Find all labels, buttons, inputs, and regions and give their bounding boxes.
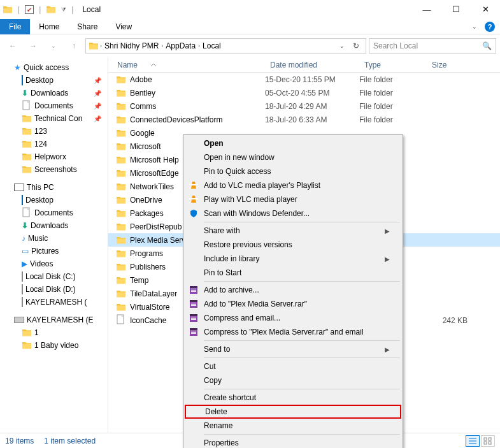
svg-rect-2 [489, 438, 491, 440]
address-bar[interactable]: › Shri Nidhy PMR › AppData › Local ⌄ ↻ [85, 38, 366, 54]
ctx-restore-versions[interactable]: Restore previous versions [185, 238, 401, 252]
minimize-button[interactable]: — [412, 0, 441, 19]
ctx-delete[interactable]: Delete [185, 405, 401, 419]
dropdown-icon[interactable]: ⧩ [61, 6, 66, 13]
ctx-windows-defender[interactable]: Scan with Windows Defender... [185, 206, 401, 220]
sidebar-item[interactable]: ⬇Downloads📌 [0, 87, 108, 99]
file-name: Comms [130, 102, 156, 111]
sidebar-item[interactable]: 124 [0, 138, 108, 150]
this-pc-label: This PC [27, 183, 54, 192]
sidebar-item-label: 1 Baby video [34, 341, 78, 350]
folder-icon [22, 164, 32, 175]
sidebar-item[interactable]: Technical Con📌 [0, 112, 108, 125]
sidebar-item[interactable]: Documents [0, 206, 108, 219]
recent-button[interactable]: ⌄ [45, 37, 62, 55]
chevron-right-icon[interactable]: › [198, 43, 200, 49]
ctx-add-rar[interactable]: Add to "Plex Media Server.rar" [185, 297, 401, 311]
up-button[interactable]: ↑ [65, 37, 83, 55]
sidebar-item[interactable]: ▶Videos [0, 257, 108, 270]
ctx-create-shortcut[interactable]: Create shortcut [185, 391, 401, 405]
search-icon[interactable]: 🔍 [482, 41, 492, 50]
ctx-pin-quick-access[interactable]: Pin to Quick access [185, 164, 401, 178]
dropdown-icon[interactable]: ⌄ [335, 39, 349, 53]
icons-view-button[interactable] [481, 435, 495, 447]
file-row[interactable]: Bentley05-Oct-20 4:55 PMFile folder [108, 86, 500, 99]
ctx-send-to[interactable]: Send to▶ [185, 342, 401, 356]
sidebar-item[interactable]: ⬇Downloads [0, 219, 108, 232]
back-button[interactable]: ← [4, 37, 22, 55]
sidebar-item[interactable]: Desktop📌 [0, 74, 108, 87]
col-name[interactable]: Name [108, 57, 265, 72]
sidebar-item[interactable]: Local Disk (D:) [0, 283, 108, 296]
star-icon: ★ [14, 63, 21, 72]
sidebar-item[interactable]: Helpworx [0, 150, 108, 163]
svg-rect-12 [190, 314, 197, 316]
col-type[interactable]: Type [359, 57, 427, 72]
ctx-cut[interactable]: Cut [185, 359, 401, 373]
ctx-vlc-play[interactable]: Play with VLC media player [185, 192, 401, 206]
file-name: Google [130, 129, 155, 138]
ctx-add-archive[interactable]: Add to archive... [185, 283, 401, 297]
sidebar-item[interactable]: 123 [0, 125, 108, 138]
checkbox-icon[interactable]: ✔ [25, 5, 34, 14]
sidebar-item[interactable]: 1 [0, 326, 108, 339]
folder-icon [116, 141, 126, 152]
ctx-compress-email[interactable]: Compress and email... [185, 311, 401, 325]
ctx-rename[interactable]: Rename [185, 419, 401, 433]
this-pc-node[interactable]: This PC [0, 181, 108, 194]
file-row[interactable]: Comms18-Jul-20 4:29 AMFile folder [108, 99, 500, 113]
title-separator: | [18, 5, 20, 14]
details-view-button[interactable] [466, 435, 480, 447]
folder-icon [22, 139, 32, 149]
sidebar-item[interactable]: Desktop [0, 194, 108, 206]
refresh-icon[interactable]: ↻ [349, 39, 363, 53]
file-row[interactable]: ConnectedDevicesPlatform18-Jul-20 6:33 A… [108, 113, 500, 126]
sidebar-item[interactable]: Local Disk (C:) [0, 270, 108, 283]
file-name: Adobe [130, 75, 152, 84]
breadcrumb-seg[interactable]: AppData [164, 41, 197, 50]
ctx-share-with[interactable]: Share with▶ [185, 224, 401, 238]
search-input[interactable]: Search Local 🔍 [369, 38, 496, 54]
breadcrumb-seg[interactable]: Shri Nidhy PMR [103, 41, 160, 50]
ctx-compress-rar-email[interactable]: Compress to "Plex Media Server.rar" and … [185, 325, 401, 339]
ctx-copy[interactable]: Copy [185, 373, 401, 387]
help-icon[interactable]: ? [485, 22, 495, 32]
chevron-right-icon[interactable]: › [100, 43, 102, 49]
separator [204, 222, 400, 222]
sidebar-item[interactable]: Documents📌 [0, 99, 108, 112]
ctx-open[interactable]: Open [185, 136, 401, 150]
close-button[interactable]: ✕ [471, 0, 500, 19]
drive-node[interactable]: KAYELRAMESH (E [0, 314, 108, 326]
ctx-pin-start[interactable]: Pin to Start [185, 266, 401, 280]
maximize-button[interactable]: ☐ [441, 0, 471, 19]
file-name: VirtualStore [130, 303, 169, 312]
file-row[interactable]: Adobe15-Dec-20 11:55 PMFile folder [108, 73, 500, 86]
forward-button[interactable]: → [24, 37, 42, 55]
shield-icon [189, 208, 199, 219]
sidebar-item[interactable]: Screenshots [0, 163, 108, 176]
ctx-include-library[interactable]: Include in library▶ [185, 252, 401, 266]
ctx-properties[interactable]: Properties [185, 436, 401, 448]
svg-rect-3 [484, 442, 487, 444]
sidebar-item[interactable]: KAYELRAMESH ( [0, 296, 108, 308]
selection-count: 1 item selected [44, 437, 96, 445]
chevron-right-icon[interactable]: › [161, 43, 163, 49]
ctx-vlc-playlist[interactable]: Add to VLC media player's Playlist [185, 178, 401, 192]
folder-icon [116, 222, 126, 232]
pin-icon: 📌 [94, 103, 101, 110]
tab-share[interactable]: Share [68, 19, 106, 34]
file-tab[interactable]: File [0, 19, 30, 34]
chevron-right-icon: ▶ [385, 346, 390, 353]
tab-home[interactable]: Home [30, 19, 68, 34]
col-date[interactable]: Date modified [265, 57, 359, 72]
sidebar-item[interactable]: ▭Pictures [0, 245, 108, 257]
sidebar-item[interactable]: 1 Baby video [0, 339, 108, 352]
sidebar-item[interactable]: ♪Music [0, 232, 108, 245]
quick-access-node[interactable]: ★ Quick access [0, 61, 108, 74]
breadcrumb-seg[interactable]: Local [201, 41, 222, 50]
expand-ribbon-icon[interactable]: ⌄ [472, 24, 477, 30]
folder-icon [116, 155, 126, 165]
col-size[interactable]: Size [427, 57, 471, 72]
tab-view[interactable]: View [106, 19, 141, 34]
ctx-open-new-window[interactable]: Open in new window [185, 150, 401, 164]
